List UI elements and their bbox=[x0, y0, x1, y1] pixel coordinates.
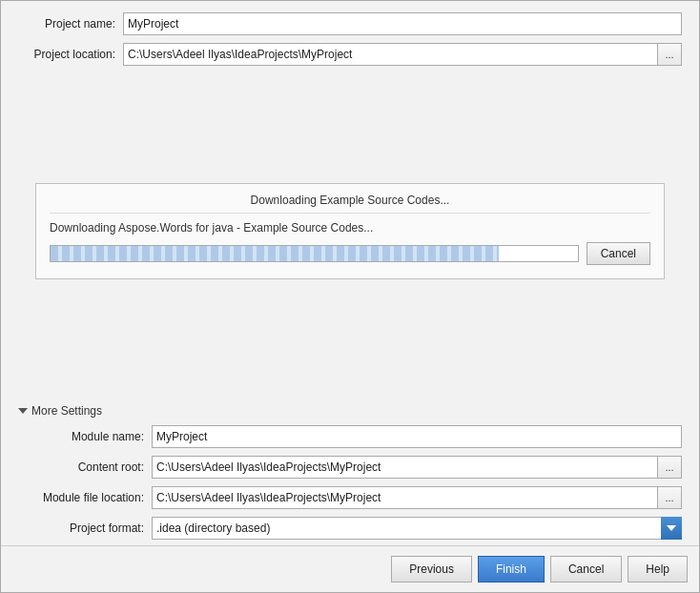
module-name-label: Module name: bbox=[18, 430, 152, 443]
module-file-location-browse-button[interactable]: ... bbox=[657, 486, 682, 509]
project-location-label: Project location: bbox=[18, 48, 123, 61]
finish-button[interactable]: Finish bbox=[478, 556, 545, 583]
project-name-label: Project name: bbox=[18, 17, 123, 31]
download-panel: Downloading Example Source Codes... Down… bbox=[35, 183, 665, 279]
more-settings-header[interactable]: More Settings bbox=[18, 404, 682, 418]
module-name-input[interactable] bbox=[152, 425, 682, 448]
progress-bar-fill bbox=[51, 246, 499, 261]
module-name-row: Module name: bbox=[18, 425, 682, 448]
spacer-bottom bbox=[18, 279, 682, 389]
download-cancel-button[interactable]: Cancel bbox=[587, 242, 650, 265]
project-format-select-wrapper: .idea (directory based) bbox=[152, 517, 682, 540]
cancel-button[interactable]: Cancel bbox=[550, 556, 622, 583]
content-root-field: ... bbox=[152, 456, 682, 479]
download-title: Downloading Example Source Codes... bbox=[50, 194, 650, 214]
form-area: Project name: Project location: ... Down… bbox=[1, 1, 699, 397]
module-file-location-input[interactable] bbox=[152, 486, 657, 509]
module-file-location-field: ... bbox=[152, 486, 682, 509]
more-settings-label: More Settings bbox=[31, 404, 102, 418]
progress-bar bbox=[50, 245, 579, 262]
project-format-select[interactable]: .idea (directory based) bbox=[152, 517, 682, 540]
download-row: Cancel bbox=[50, 242, 650, 265]
more-settings-section: More Settings Module name: Content root:… bbox=[1, 397, 699, 545]
project-name-row: Project name: bbox=[18, 12, 682, 35]
help-button[interactable]: Help bbox=[628, 556, 688, 583]
previous-button[interactable]: Previous bbox=[391, 556, 472, 583]
project-location-input[interactable] bbox=[123, 43, 657, 66]
content-root-label: Content root: bbox=[18, 460, 152, 474]
content-root-input[interactable] bbox=[152, 456, 657, 479]
module-file-location-row: Module file location: ... bbox=[18, 486, 682, 509]
module-file-location-label: Module file location: bbox=[18, 491, 152, 504]
more-settings-content: Module name: Content root: ... Module fi… bbox=[18, 425, 682, 542]
spacer-top bbox=[18, 73, 682, 183]
project-location-browse-button[interactable]: ... bbox=[657, 43, 682, 66]
content-root-browse-button[interactable]: ... bbox=[657, 456, 682, 479]
project-location-row: Project location: ... bbox=[18, 43, 682, 66]
project-location-field: ... bbox=[123, 43, 682, 66]
project-format-row: Project format: .idea (directory based) bbox=[18, 517, 682, 540]
download-status: Downloading Aspose.Words for java - Exam… bbox=[50, 221, 650, 235]
bottom-bar: Previous Finish Cancel Help bbox=[1, 545, 699, 592]
dialog: Project name: Project location: ... Down… bbox=[0, 0, 700, 593]
project-name-input[interactable] bbox=[123, 12, 682, 35]
project-format-label: Project format: bbox=[18, 521, 152, 535]
more-settings-toggle-icon bbox=[18, 408, 28, 414]
content-root-row: Content root: ... bbox=[18, 456, 682, 479]
